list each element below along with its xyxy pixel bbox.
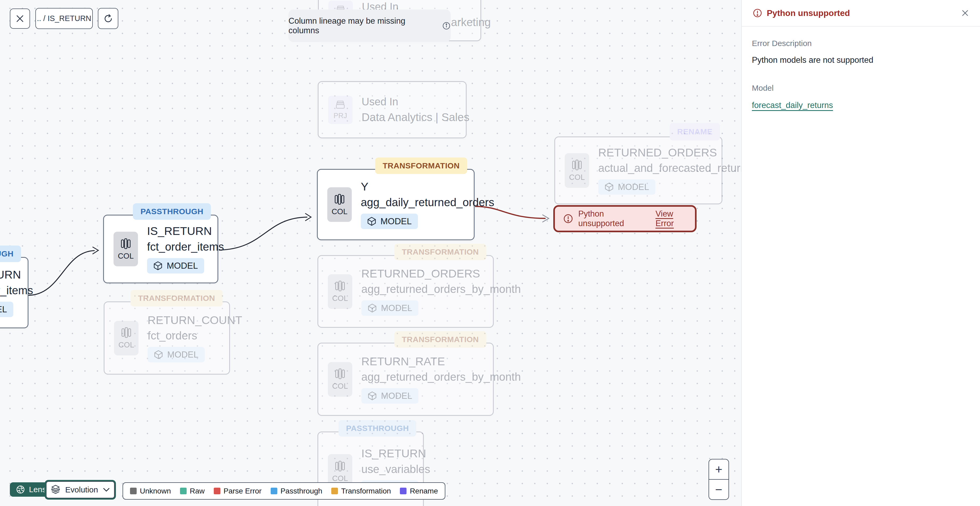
lineage-legend: Unknown Raw Parse Error Passthrough Tran… [123,482,445,500]
model-label: MODEL [167,350,198,360]
col-badge: COL [328,362,352,397]
lineage-notification: Column lineage may be missing columns [288,10,451,42]
legend-label: Rename [410,487,438,495]
model-label: MODEL [618,182,649,192]
node-title: RETURN_COUNT [148,314,242,327]
columns-icon [335,460,345,472]
node-subtitle: fct_order_items [0,284,33,297]
refresh-icon [103,14,113,24]
edge-error-arrowhead [542,215,549,222]
edge-arrowhead [92,247,99,254]
col-badge: COL [113,232,138,266]
node-subtitle: agg_daily_returned_orders [361,196,494,209]
model-label: Model [752,83,970,93]
zoom-in-button[interactable]: + [709,460,729,480]
model-badge: MODEL [361,300,418,316]
alert-circle-icon [752,8,762,18]
cube-icon [368,303,377,313]
close-lineage-button[interactable] [10,8,30,29]
node-return-rate[interactable]: TRANSFORMATION COL RETURN_RATE agg_retur… [317,343,494,416]
col-badge: COL [327,187,352,222]
error-node-label: Python unsupported [578,209,639,228]
legend-swatch-transformation [331,488,338,494]
cube-icon [605,182,614,192]
node-subtitle: use_variables [361,463,430,476]
lineage-canvas[interactable]: PRJ Used In Data Analytics | Marketing P… [0,0,741,506]
col-label: COL [332,474,348,483]
model-badge: MODEL [148,347,205,362]
close-icon [16,14,24,23]
refresh-button[interactable] [98,8,118,29]
model-badge: MODEL [361,388,418,404]
legend-label: Raw [190,487,205,495]
col-badge: COL [565,153,589,188]
model-badge: MODEL [361,214,418,229]
node-title: Used In [361,96,469,108]
chevron-down-icon [103,487,110,492]
node-title: RETURNED_ORDERS [361,267,521,280]
project-icon [335,99,346,110]
panel-title: Python unsupported [767,8,850,18]
columns-icon [334,193,345,205]
columns-icon [121,238,131,249]
model-badge: MODEL [598,179,655,195]
legend-swatch-raw [180,488,187,494]
node-title: IS_RETURN [361,447,430,460]
node-agg-daily-returned-orders[interactable]: TRANSFORMATION COL Y agg_daily_returned_… [317,169,474,240]
aperture-icon [16,485,25,494]
node-used-in-sales[interactable]: PRJ Used In Data Analytics | Sales [318,81,467,138]
edge-arrowhead [305,213,311,221]
lenses-button[interactable]: Lenses [10,482,47,497]
lens-mode-select[interactable]: Evolution [45,480,116,500]
prj-badge: PRJ [328,96,353,124]
panel-body: Error Description Python models are not … [742,27,980,122]
cube-icon [368,391,377,401]
error-node-python-unsupported[interactable]: Python unsupported View Error [553,205,697,232]
model-label: MODEL [380,216,412,227]
node-fct-order-items-offscreen[interactable]: PASSTHROUGH COL IS_RETURN fct_order_item… [0,257,29,328]
model-label: MODEL [381,303,412,313]
node-subtitle: agg_returned_orders_by_month [361,370,521,383]
node-subtitle: actual_and_forecasted_returns [598,162,752,174]
col-label: COL [332,294,348,303]
node-agg-returned-orders-by-month[interactable]: TRANSFORMATION COL RETURNED_ORDERS agg_r… [317,255,494,328]
node-title: Y [361,180,494,193]
model-link[interactable]: forecast_daily_returns [752,101,833,110]
col-label: COL [118,252,134,260]
legend-item-raw: Raw [180,487,205,495]
node-subtitle: fct_orders [148,329,242,342]
view-error-link[interactable]: View Error [655,209,687,228]
error-details-panel: Python unsupported Error Description Pyt… [741,0,980,506]
cube-icon [154,350,163,359]
legend-label: Parse Error [224,487,262,495]
prj-label: PRJ [333,112,347,120]
legend-label: Passthrough [280,487,322,495]
node-actual-and-forecasted-returns[interactable]: RENAME COL RETURNED_ORDERS actual_and_fo… [554,136,722,204]
edge-left-to-isreturn [29,251,95,295]
cube-icon [367,217,376,226]
alert-circle-icon [563,213,573,224]
node-subtitle: Data Analytics | Sales [361,111,469,124]
model-label: MODEL [381,391,412,401]
legend-item-passthrough: Passthrough [270,487,322,495]
node-fct-orders[interactable]: TRANSFORMATION COL RETURN_COUNT fct_orde… [104,302,230,375]
node-subtitle: agg_returned_orders_by_month [361,283,521,295]
node-title: IS_RETURN [0,268,33,281]
model-badge: MODEL [147,258,204,273]
notification-text: Column lineage may be missing columns [288,16,438,35]
col-label: COL [332,382,348,391]
legend-swatch-passthrough [270,488,277,494]
breadcrumb[interactable]: .. / IS_RETURN [35,8,93,29]
layers-icon [51,485,60,495]
node-title: RETURNED_ORDERS [598,146,752,159]
panel-header: Python unsupported [742,0,980,27]
node-title: IS_RETURN [147,225,224,238]
panel-close-icon[interactable] [961,9,969,17]
lens-mode-label: Evolution [65,485,98,494]
columns-icon [335,280,345,292]
info-icon[interactable] [442,22,451,30]
zoom-out-button[interactable]: − [709,480,729,500]
col-label: COL [118,340,134,349]
col-label: COL [331,207,347,216]
node-fct-order-items[interactable]: PASSTHROUGH COL IS_RETURN fct_order_item… [103,215,218,283]
